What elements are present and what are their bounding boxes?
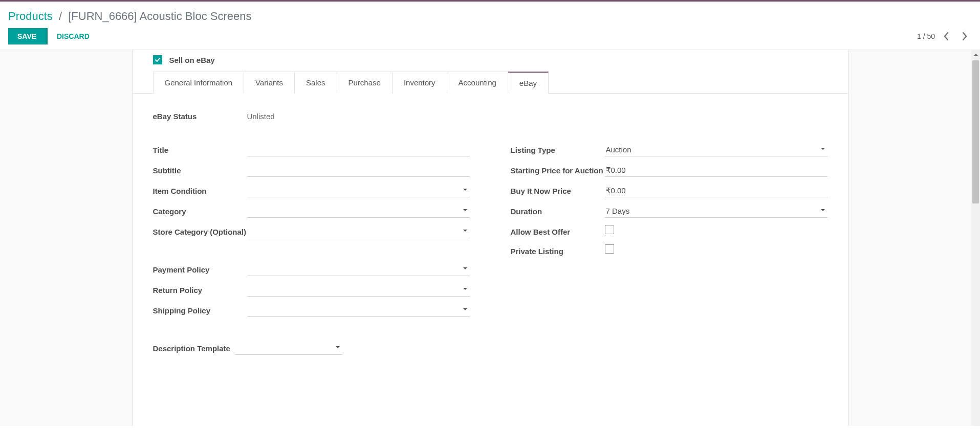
- store-category-select[interactable]: [247, 225, 470, 238]
- buy-now-input[interactable]: [605, 184, 827, 197]
- allow-best-offer-checkbox[interactable]: [605, 225, 614, 234]
- private-listing-label: Private Listing: [511, 244, 605, 257]
- sell-on-ebay-label: Sell on eBay: [169, 56, 215, 64]
- ebay-status-value: Unlisted: [247, 112, 275, 121]
- starting-price-label: Starting Price for Auction: [511, 164, 605, 176]
- payment-policy-select[interactable]: [247, 263, 470, 276]
- scrollbar-thumb[interactable]: [972, 60, 979, 203]
- title-input[interactable]: [247, 143, 470, 156]
- tab-bar: General Information Variants Sales Purch…: [133, 72, 848, 94]
- description-template-label: Description Template: [153, 342, 235, 354]
- listing-type-label: Listing Type: [511, 143, 605, 155]
- duration-label: Duration: [511, 205, 605, 217]
- scroll-up-icon: [971, 50, 980, 59]
- tab-variants[interactable]: Variants: [244, 72, 295, 94]
- return-policy-label: Return Policy: [153, 283, 247, 296]
- subtitle-label: Subtitle: [153, 164, 247, 176]
- pager-next-button[interactable]: [957, 29, 972, 43]
- starting-price-input[interactable]: [605, 164, 827, 177]
- return-policy-select[interactable]: [247, 283, 470, 297]
- duration-select[interactable]: [605, 205, 827, 218]
- title-label: Title: [153, 143, 247, 155]
- sell-on-ebay-checkbox[interactable]: [153, 55, 162, 64]
- save-button[interactable]: SAVE: [8, 28, 48, 44]
- description-template-select[interactable]: [235, 342, 342, 355]
- allow-best-offer-label: Allow Best Offer: [511, 225, 605, 237]
- pager: 1 / 50: [917, 29, 972, 43]
- breadcrumb: Products / [FURN_6666] Acoustic Bloc Scr…: [8, 7, 972, 28]
- listing-type-select[interactable]: [605, 143, 827, 156]
- shipping-policy-select[interactable]: [247, 304, 470, 317]
- form-sheet: Sell on eBay General Information Variant…: [132, 50, 848, 426]
- discard-button[interactable]: DISCARD: [50, 28, 97, 44]
- category-label: Category: [153, 205, 247, 217]
- payment-policy-label: Payment Policy: [153, 263, 247, 275]
- tab-accounting[interactable]: Accounting: [447, 72, 508, 94]
- item-condition-label: Item Condition: [153, 184, 247, 196]
- private-listing-checkbox[interactable]: [605, 244, 614, 254]
- pager-prev-button[interactable]: [939, 29, 953, 43]
- pager-text: 1 / 50: [917, 32, 935, 40]
- breadcrumb-current: [FURN_6666] Acoustic Bloc Screens: [68, 10, 251, 22]
- category-select[interactable]: [247, 205, 470, 218]
- breadcrumb-root-link[interactable]: Products: [8, 10, 53, 22]
- buy-now-label: Buy It Now Price: [511, 184, 605, 196]
- scrollbar-track[interactable]: [971, 50, 980, 426]
- store-category-label: Store Category (Optional): [153, 225, 247, 237]
- item-condition-select[interactable]: [247, 184, 470, 197]
- shipping-policy-label: Shipping Policy: [153, 304, 247, 316]
- subtitle-input[interactable]: [247, 164, 470, 177]
- tab-ebay[interactable]: eBay: [508, 72, 549, 94]
- tab-inventory[interactable]: Inventory: [393, 72, 447, 94]
- ebay-status-label: eBay Status: [153, 112, 247, 121]
- tab-general-information[interactable]: General Information: [153, 72, 245, 94]
- tab-sales[interactable]: Sales: [295, 72, 337, 94]
- tab-purchase[interactable]: Purchase: [337, 72, 393, 94]
